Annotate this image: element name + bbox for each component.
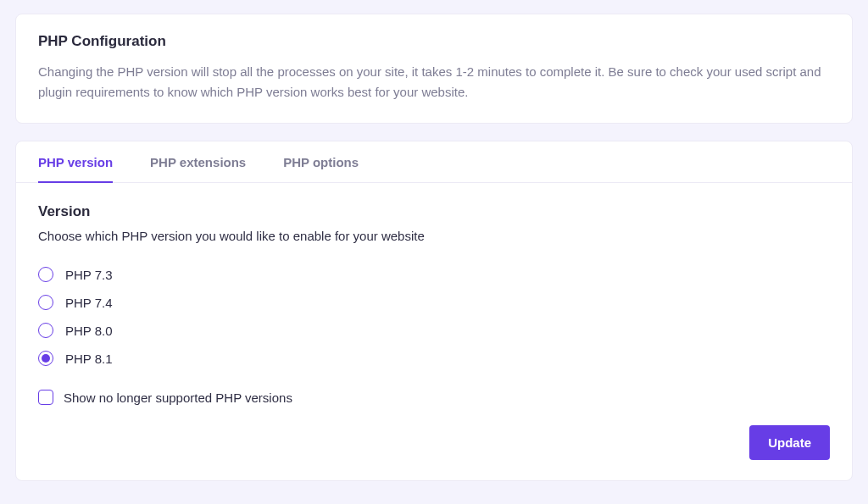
radio-icon <box>38 295 53 310</box>
radio-icon <box>38 267 53 282</box>
radio-label: PHP 8.1 <box>65 352 113 366</box>
radio-label: PHP 7.3 <box>65 268 113 282</box>
intro-card: PHP Configuration Changing the PHP versi… <box>15 14 853 124</box>
intro-description: Changing the PHP version will stop all t… <box>38 62 830 102</box>
radio-row-php80[interactable]: PHP 8.0 <box>38 323 830 338</box>
page-title: PHP Configuration <box>38 33 830 50</box>
checkbox-label: Show no longer supported PHP versions <box>64 390 292 405</box>
radio-label: PHP 8.0 <box>65 324 113 338</box>
panel-heading: Version <box>38 203 830 220</box>
version-panel: Version Choose which PHP version you wou… <box>16 183 852 425</box>
radio-row-php74[interactable]: PHP 7.4 <box>38 295 830 310</box>
radio-row-php81[interactable]: PHP 8.1 <box>38 351 830 366</box>
radio-row-php73[interactable]: PHP 7.3 <box>38 267 830 282</box>
panel-footer: Update <box>16 425 852 480</box>
config-card: PHP version PHP extensions PHP options V… <box>15 141 853 481</box>
show-unsupported-checkbox[interactable]: Show no longer supported PHP versions <box>38 390 830 405</box>
radio-label: PHP 7.4 <box>65 296 113 310</box>
radio-icon <box>38 323 53 338</box>
tab-php-options[interactable]: PHP options <box>283 141 359 183</box>
panel-subheading: Choose which PHP version you would like … <box>38 229 830 243</box>
tab-php-version[interactable]: PHP version <box>38 141 113 183</box>
radio-icon <box>38 351 53 366</box>
update-button[interactable]: Update <box>749 425 830 460</box>
checkbox-icon <box>38 390 53 405</box>
tab-php-extensions[interactable]: PHP extensions <box>150 141 246 183</box>
tabs: PHP version PHP extensions PHP options <box>16 141 852 183</box>
version-radio-group: PHP 7.3 PHP 7.4 PHP 8.0 PHP 8.1 <box>38 267 830 366</box>
